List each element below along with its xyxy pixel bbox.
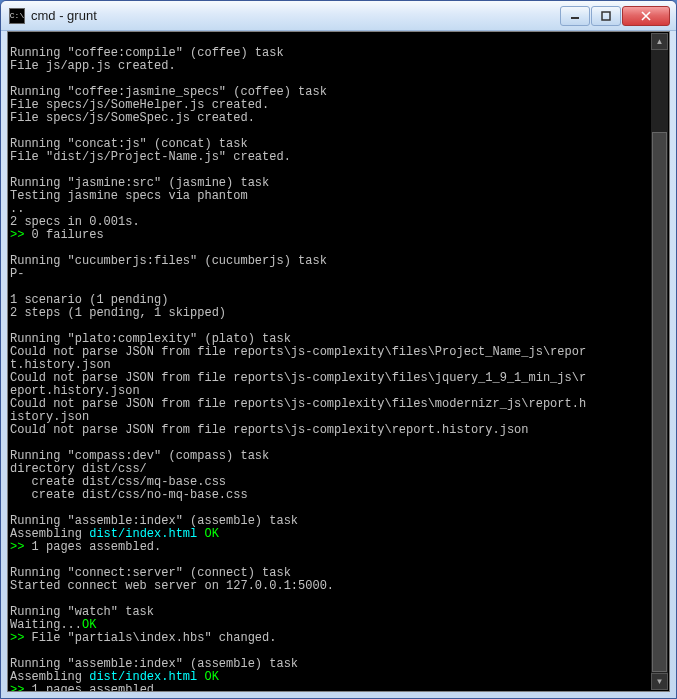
- minimize-button[interactable]: [560, 6, 590, 26]
- terminal-line: File specs/js/SomeSpec.js created.: [10, 112, 667, 125]
- terminal-line: Started connect web server on 127.0.0.1:…: [10, 580, 667, 593]
- scroll-down-button[interactable]: ▼: [651, 673, 668, 690]
- maximize-button[interactable]: [591, 6, 621, 26]
- window-title: cmd - grunt: [31, 8, 560, 23]
- terminal-line: Could not parse JSON from file reports\j…: [10, 398, 667, 411]
- cmd-icon: C:\: [9, 8, 25, 24]
- terminal-line: 2 steps (1 pending, 1 skipped): [10, 307, 667, 320]
- titlebar[interactable]: C:\ cmd - grunt: [1, 1, 676, 31]
- terminal-line: File js/app.js created.: [10, 60, 667, 73]
- chevron-up-icon: ▲: [656, 37, 664, 46]
- terminal-line: create dist/css/no-mq-base.css: [10, 489, 667, 502]
- terminal-line: File "dist/js/Project-Name.js" created.: [10, 151, 667, 164]
- terminal-line: P-: [10, 268, 667, 281]
- terminal-line: 2 specs in 0.001s.: [10, 216, 667, 229]
- window-controls: [560, 6, 670, 26]
- close-button[interactable]: [622, 6, 670, 26]
- terminal-line: Running "watch" task: [10, 606, 667, 619]
- scroll-thumb[interactable]: [652, 132, 667, 672]
- terminal-output: Running "coffee:compile" (coffee) taskFi…: [10, 34, 667, 692]
- terminal-line: Could not parse JSON from file reports\j…: [10, 424, 667, 437]
- terminal-line: Running "cucumberjs:files" (cucumberjs) …: [10, 255, 667, 268]
- svg-rect-0: [571, 17, 579, 19]
- maximize-icon: [601, 11, 611, 21]
- cmd-window: C:\ cmd - grunt Running "coffee:compile"…: [0, 0, 677, 699]
- terminal-line: Testing jasmine specs via phantom: [10, 190, 667, 203]
- scroll-up-button[interactable]: ▲: [651, 33, 668, 50]
- minimize-icon: [570, 11, 580, 21]
- chevron-down-icon: ▼: [656, 677, 664, 686]
- terminal-line: >> 0 failures: [10, 229, 667, 242]
- terminal-line: >> File "partials\index.hbs" changed.: [10, 632, 667, 645]
- close-icon: [640, 11, 652, 21]
- terminal-line: >> 1 pages assembled.: [10, 684, 667, 692]
- svg-rect-1: [602, 12, 610, 20]
- terminal-line: >> 1 pages assembled.: [10, 541, 667, 554]
- terminal-area[interactable]: Running "coffee:compile" (coffee) taskFi…: [7, 31, 670, 692]
- terminal-scrollbar[interactable]: ▲ ▼: [651, 33, 668, 690]
